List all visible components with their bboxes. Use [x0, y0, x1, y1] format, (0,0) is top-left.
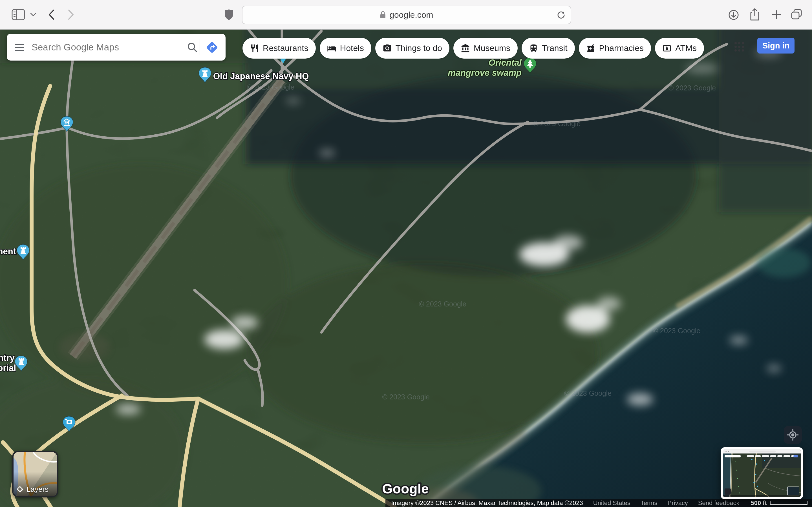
chip-things-to-do[interactable]: Things to do [375, 38, 449, 59]
shield-icon[interactable] [224, 9, 234, 20]
downloads-icon[interactable] [728, 10, 739, 20]
chip-pharmacies[interactable]: Pharmacies [579, 38, 651, 59]
monument-label-clipped[interactable]: ment [0, 246, 16, 256]
tab-overview-icon[interactable] [791, 8, 802, 20]
navy-hq-label[interactable]: Old Japanese Navy HQ [213, 71, 309, 81]
google-apps-icon[interactable] [734, 42, 744, 52]
divider [200, 40, 200, 55]
restaurant-icon [250, 44, 259, 53]
museum-icon [461, 44, 470, 53]
svg-text:© 2023 Google: © 2023 Google [668, 84, 716, 92]
svg-text:© 2023 Google: © 2023 Google [533, 120, 581, 128]
share-icon[interactable] [750, 8, 760, 21]
chip-restaurants[interactable]: Restaurants [243, 38, 316, 59]
layers-label: Layers [27, 485, 49, 494]
category-chips: Restaurants Hotels Things to do Museums … [243, 38, 704, 59]
layers-button[interactable]: Layers [12, 451, 58, 497]
my-location-button[interactable] [784, 426, 802, 444]
atm-icon [662, 44, 672, 53]
svg-text:© 2023 Google: © 2023 Google [382, 393, 430, 401]
sign-in-button[interactable]: Sign in [757, 38, 795, 54]
crosshair-icon [786, 429, 799, 441]
sidebar-toggle-icon[interactable] [11, 8, 26, 21]
url-text: google.com [389, 10, 433, 20]
mangrove-label-line2[interactable]: mangrove swamp [448, 68, 522, 78]
memorial-label-line1[interactable]: ntry [0, 353, 15, 363]
chip-label: Pharmacies [599, 43, 644, 53]
search-icon[interactable] [187, 42, 198, 53]
chip-label: Hotels [340, 43, 364, 53]
svg-text:© 2023 Google: © 2023 Google [564, 389, 612, 397]
new-tab-icon[interactable] [771, 10, 781, 20]
layers-icon [16, 486, 24, 494]
chip-hotels[interactable]: Hotels [320, 38, 371, 59]
attribution-bar: Imagery ©2023 CNES / Airbus, Maxar Techn… [386, 499, 812, 507]
back-icon[interactable] [48, 9, 55, 20]
chip-label: Museums [474, 43, 510, 53]
screenshot-preview-thumbnail[interactable] [721, 447, 803, 499]
chip-label: Transit [542, 43, 567, 53]
region-link[interactable]: United States [593, 499, 630, 507]
svg-text:© 2023 Google: © 2023 Google [247, 83, 295, 91]
chip-transit[interactable]: Transit [522, 38, 575, 59]
search-input[interactable] [31, 42, 187, 53]
privacy-link[interactable]: Privacy [668, 499, 688, 507]
address-bar[interactable]: google.com [242, 6, 571, 24]
scale-bar [770, 501, 808, 505]
thumbnail-content [723, 450, 801, 497]
google-watermark-logo: Google [363, 479, 448, 499]
map-canvas[interactable]: © 2023 Google © 2023 Google © 2023 Googl… [0, 29, 812, 507]
sidebar-chevron-icon[interactable] [30, 12, 37, 17]
terms-link[interactable]: Terms [641, 499, 658, 507]
lock-icon [380, 11, 386, 19]
memorial-label-line2[interactable]: orial [0, 363, 16, 373]
camera-icon [383, 44, 392, 53]
search-box[interactable] [7, 34, 225, 61]
scale-label: 500 ft [751, 499, 767, 507]
browser-toolbar: google.com [0, 0, 812, 30]
chip-label: Restaurants [263, 43, 308, 53]
directions-icon[interactable] [204, 40, 220, 55]
svg-text:© 2023 Google: © 2023 Google [653, 327, 701, 335]
reload-icon[interactable] [557, 10, 566, 19]
menu-icon[interactable] [15, 43, 25, 52]
imagery-credit: Imagery ©2023 CNES / Airbus, Maxar Techn… [391, 499, 583, 507]
send-feedback-link[interactable]: Send feedback [698, 499, 740, 507]
chip-museums[interactable]: Museums [453, 38, 518, 59]
transit-icon [529, 44, 538, 53]
chip-atms[interactable]: ATMs [655, 38, 704, 59]
mangrove-label-line1[interactable]: Oriental [489, 58, 522, 68]
chip-label: Things to do [396, 43, 442, 53]
chip-label: ATMs [675, 43, 697, 53]
hotel-icon [327, 44, 336, 53]
pharmacy-icon [586, 44, 596, 53]
forward-icon[interactable] [68, 9, 74, 20]
svg-text:Google: Google [382, 482, 428, 496]
svg-text:© 2023 Google: © 2023 Google [419, 300, 467, 308]
